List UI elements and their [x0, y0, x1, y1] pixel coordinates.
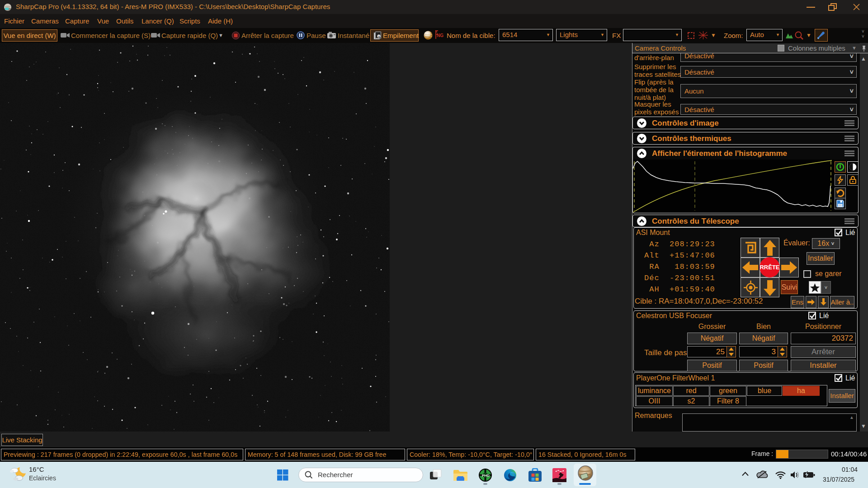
svg-text:PHD: PHD — [482, 474, 490, 478]
svg-text:a: a — [378, 35, 380, 38]
svg-text:NG: NG — [437, 33, 443, 38]
